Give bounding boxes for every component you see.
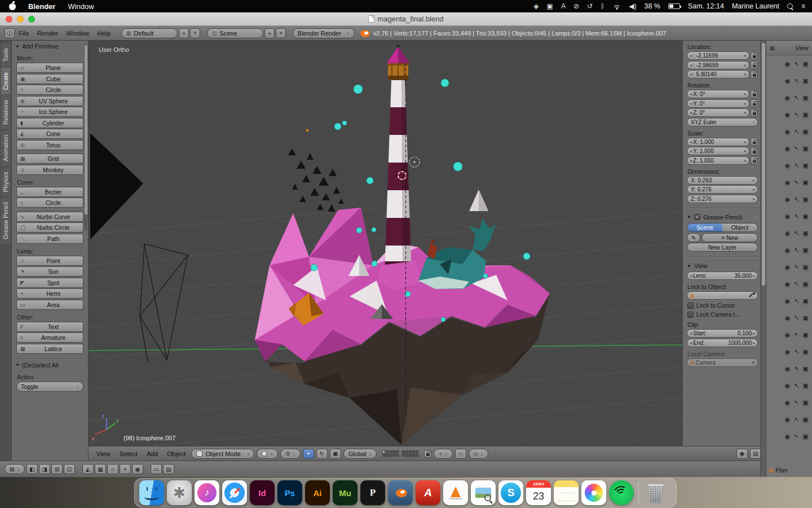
scale-x-field[interactable]: ◂X: 1.000▸ xyxy=(687,138,749,146)
visibility-eye-icon[interactable]: ◉ xyxy=(784,94,791,102)
outliner-row[interactable]: ◉↖▣ xyxy=(766,360,812,377)
p-app-dock-icon[interactable]: P xyxy=(360,480,385,505)
tool-shelf-scrollbar[interactable] xyxy=(84,44,87,230)
visibility-eye-icon[interactable]: ◉ xyxy=(784,111,791,119)
panel-drag-dots-icon[interactable]: ∷ xyxy=(754,263,758,269)
outliner-row[interactable]: ◉↖▣ xyxy=(766,292,812,309)
window-menu-blender[interactable]: Window xyxy=(62,30,93,37)
selectability-arrow-icon[interactable]: ↖ xyxy=(793,179,800,186)
manipulator-translate-button[interactable]: + xyxy=(303,449,314,459)
outliner-item-plan[interactable]: ▦ Plan xyxy=(769,467,788,474)
toolbar-target-icon[interactable]: ◉ xyxy=(132,464,143,474)
selectability-arrow-icon[interactable]: ↖ xyxy=(793,162,800,169)
manipulator-scale-button[interactable]: ▣ xyxy=(330,449,341,459)
window-menu[interactable]: Window xyxy=(68,2,94,11)
gp-draw-icon[interactable]: ✎ xyxy=(687,233,700,242)
visibility-eye-icon[interactable]: ◉ xyxy=(784,382,791,389)
proportional-edit-selector[interactable]: ○ ↕ xyxy=(434,449,453,459)
selectability-arrow-icon[interactable]: ↖ xyxy=(793,94,800,102)
delete-scene-button[interactable]: × xyxy=(276,28,286,38)
selectability-arrow-icon[interactable]: ↖ xyxy=(793,281,800,288)
grease-pencil-checkbox[interactable]: ✓ xyxy=(694,214,700,220)
lock-object-picker[interactable]: ▣ xyxy=(687,291,758,300)
visibility-eye-icon[interactable]: ◉ xyxy=(784,213,791,220)
selectability-arrow-icon[interactable]: ↖ xyxy=(793,331,800,339)
add-uv-sphere-button[interactable]: ◍UV Sphere xyxy=(16,96,83,106)
outliner-row[interactable]: ◉↖▣ xyxy=(766,343,812,360)
renderability-camera-icon[interactable]: ▣ xyxy=(802,111,809,119)
renderability-camera-icon[interactable]: ▣ xyxy=(802,297,809,305)
apple-menu-icon[interactable] xyxy=(9,2,16,10)
visibility-eye-icon[interactable]: ◉ xyxy=(784,264,791,271)
muse-dock-icon[interactable]: Mu xyxy=(333,480,358,505)
visibility-eye-icon[interactable]: ◉ xyxy=(784,162,791,169)
lock-to-cursor-checkbox[interactable] xyxy=(687,303,694,309)
renderability-camera-icon[interactable]: ▣ xyxy=(802,382,809,389)
screen-layout-selector[interactable]: ▥ Default xyxy=(121,28,178,38)
outliner-row[interactable]: ◉↖▣ xyxy=(766,174,812,191)
add-point-lamp-button[interactable]: ☼Point xyxy=(16,256,83,266)
outliner-editor-icon[interactable]: ▤ xyxy=(770,45,775,51)
rotation-y-field[interactable]: ◂Y: 0°▸ xyxy=(687,99,749,108)
add-screen-layout-button[interactable]: ＋ xyxy=(179,28,189,38)
selectability-arrow-icon[interactable]: ↖ xyxy=(793,365,800,373)
add-plane-button[interactable]: ▱Plane xyxy=(16,63,83,73)
outliner-row[interactable]: ◉↖▣ xyxy=(766,72,812,89)
renderability-camera-icon[interactable]: ▣ xyxy=(802,213,809,220)
indesign-dock-icon[interactable]: Id xyxy=(250,480,275,505)
editor-type-selector[interactable]: ▤ ↕ xyxy=(5,464,25,474)
view-menu[interactable]: View xyxy=(93,450,114,457)
add-sun-lamp-button[interactable]: ☀Sun xyxy=(16,266,83,277)
toolbar-frame-icon[interactable]: ⊡ xyxy=(64,464,75,474)
outliner-row[interactable]: ◉↖▣ xyxy=(766,259,812,275)
dimension-z-field[interactable]: Z: 0.276▸ xyxy=(687,195,758,203)
renderability-camera-icon[interactable]: ▣ xyxy=(802,162,809,169)
renderability-camera-icon[interactable]: ▣ xyxy=(802,77,809,85)
add-hemi-lamp-button[interactable]: ◗Hemi xyxy=(16,288,83,299)
selectability-arrow-icon[interactable]: ↖ xyxy=(793,382,800,389)
tab-create[interactable]: Create xyxy=(1,68,11,95)
lock-scale-x-icon[interactable] xyxy=(751,138,758,146)
renderability-camera-icon[interactable]: ▣ xyxy=(802,314,809,322)
outliner-view-menu[interactable]: View xyxy=(795,45,809,51)
add-scene-button[interactable]: ＋ xyxy=(264,28,275,38)
add-text-button[interactable]: FText xyxy=(16,322,83,332)
tab-physics[interactable]: Physics xyxy=(1,167,11,196)
add-path-button[interactable]: ⋱Path xyxy=(16,234,83,244)
viewport-scene[interactable]: x y z xyxy=(89,41,682,446)
selectability-arrow-icon[interactable]: ↖ xyxy=(793,348,800,356)
visibility-eye-icon[interactable]: ◉ xyxy=(784,77,791,85)
opengl-render-anim-icon[interactable]: ▤ xyxy=(750,449,761,459)
visibility-eye-icon[interactable]: ◉ xyxy=(784,399,791,406)
selectability-arrow-icon[interactable]: ↖ xyxy=(793,297,800,305)
toolbar-list-icon[interactable]: ▤ xyxy=(163,464,174,474)
outliner-row[interactable]: ◉↖▣ xyxy=(766,123,812,140)
file-menu[interactable]: File xyxy=(15,30,33,37)
visibility-eye-icon[interactable]: ◉ xyxy=(784,230,791,237)
visibility-eye-icon[interactable]: ◉ xyxy=(784,196,791,203)
outliner-row[interactable]: ◉↖▣ xyxy=(766,309,812,326)
outliner-row[interactable]: ◉↖▣ xyxy=(766,242,812,259)
menu-clock[interactable]: Sam. 12:14 xyxy=(688,2,724,10)
outliner-row[interactable]: ◉↖▣ xyxy=(766,326,812,343)
visibility-eye-icon[interactable]: ◉ xyxy=(784,365,791,373)
outliner-row[interactable]: ◉↖▣ xyxy=(766,55,812,72)
rotation-x-field[interactable]: ◂X: 0°▸ xyxy=(687,90,749,98)
add-lattice-button[interactable]: ▦Lattice xyxy=(16,344,83,354)
outliner-row[interactable]: ◉↖▣ xyxy=(766,411,812,428)
add-nurbs-circle-button[interactable]: ◯Nurbs Circle xyxy=(16,222,83,233)
gp-scene-tab[interactable]: Scene xyxy=(687,224,722,231)
photos-dock-icon[interactable] xyxy=(581,480,606,505)
outliner-row[interactable]: ◉↖▣ xyxy=(766,208,812,225)
gp-new-layer-button[interactable]: New Layer xyxy=(687,243,758,252)
minimize-window-button[interactable] xyxy=(17,16,24,23)
finder-dock-icon[interactable] xyxy=(139,480,164,505)
skype-dock-icon[interactable]: S xyxy=(498,480,523,505)
viewport-shading-selector[interactable]: ↕ xyxy=(257,449,278,459)
selectability-arrow-icon[interactable]: ↖ xyxy=(793,230,800,237)
small-orange-sphere[interactable] xyxy=(306,129,309,132)
eyedropper-icon[interactable] xyxy=(749,292,755,299)
outliner-row[interactable]: ◉↖▣ xyxy=(766,140,812,157)
lock-to-scene-icon[interactable] xyxy=(424,450,431,458)
outliner-row[interactable]: ◉↖▣ xyxy=(766,275,812,292)
